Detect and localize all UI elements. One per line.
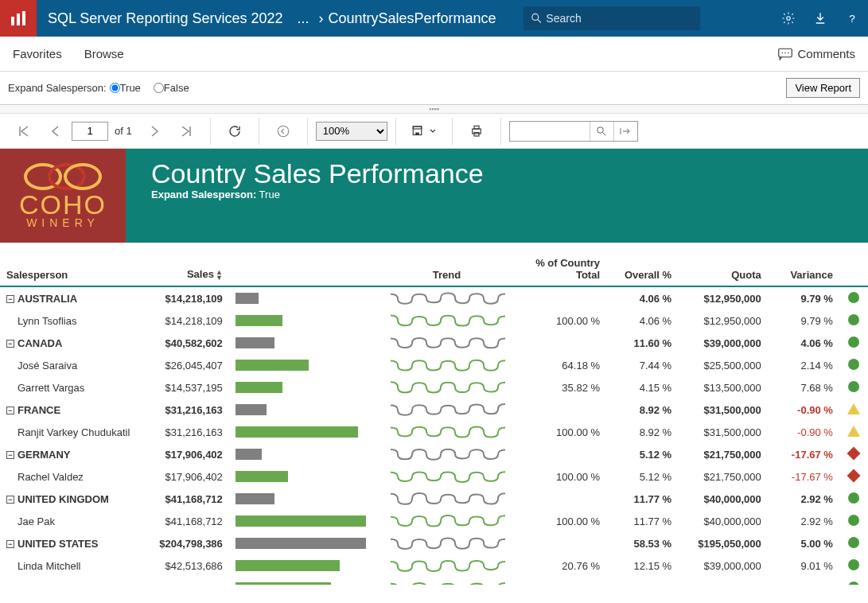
trend-sparkline — [372, 309, 521, 332]
search-input[interactable] — [546, 12, 691, 25]
svg-point-8 — [782, 52, 784, 53]
last-page-button[interactable] — [170, 115, 202, 147]
help-button[interactable]: ? — [836, 0, 868, 37]
svg-line-4 — [538, 20, 541, 23]
expand-toggle[interactable]: − — [6, 496, 14, 504]
expand-toggle[interactable]: − — [6, 340, 14, 348]
group-row: −FRANCE $31,216,163 8.92 % $31,500,000 -… — [0, 399, 868, 421]
row-sales: $17,906,402 — [143, 443, 229, 465]
find-input[interactable] — [510, 125, 590, 137]
report-viewport[interactable]: COHO WINERY Country Sales Performance Ex… — [0, 149, 868, 585]
row-sales: $204,798,386 — [143, 532, 229, 554]
detail-row: Michael Blythe $37,631,782 18.38 % 10.76… — [0, 577, 868, 585]
row-name: FRANCE — [18, 404, 60, 416]
indicator-bad-icon — [847, 446, 860, 460]
row-variance: -0.90 % — [768, 421, 839, 443]
page-number-input[interactable] — [72, 122, 108, 141]
indicator-ok-icon — [848, 537, 859, 548]
coho-logo: COHO WINERY — [0, 149, 126, 243]
row-pct-country — [521, 532, 606, 554]
settings-button[interactable] — [773, 0, 804, 37]
tab-favorites[interactable]: Favorites — [13, 47, 62, 60]
svg-rect-13 — [413, 126, 422, 129]
trend-sparkline — [372, 354, 521, 376]
col-sales[interactable]: Sales▲▼ — [143, 252, 229, 286]
row-overall: 11.60 % — [606, 332, 678, 354]
sales-bar — [235, 293, 259, 304]
row-quota: $23,000,000 — [678, 577, 768, 585]
sales-bar — [235, 560, 340, 571]
row-pct-country: 100.00 % — [521, 309, 606, 332]
row-pct-country — [521, 332, 606, 354]
trend-sparkline — [372, 510, 521, 532]
svg-rect-14 — [415, 132, 419, 134]
print-button[interactable] — [461, 115, 492, 147]
row-quota: $13,500,000 — [678, 376, 768, 399]
expand-toggle[interactable]: − — [6, 451, 14, 459]
indicator-ok-icon — [848, 337, 859, 348]
logo-text: COHO — [19, 193, 107, 216]
expand-toggle[interactable]: − — [6, 295, 14, 303]
sales-bar — [235, 426, 358, 438]
sales-bar — [235, 471, 288, 482]
report-sub-label: Expand Salesperson: — [151, 189, 256, 200]
row-pct-country: 35.82 % — [521, 376, 606, 399]
row-overall: 12.15 % — [606, 554, 678, 577]
col-variance[interactable]: Variance — [768, 252, 839, 286]
row-variance: 2.92 % — [768, 510, 839, 532]
zoom-select[interactable]: 100% — [316, 122, 387, 141]
comments-label: Comments — [797, 47, 855, 60]
col-quota[interactable]: Quota — [678, 252, 768, 286]
row-sales: $14,537,195 — [143, 376, 229, 399]
expand-toggle[interactable]: − — [6, 407, 14, 414]
tab-bar: Favorites Browse Comments — [0, 37, 868, 72]
col-overall[interactable]: Overall % — [606, 252, 678, 286]
indicator-bad-icon — [847, 469, 860, 482]
expand-toggle[interactable]: − — [6, 540, 14, 548]
sales-bar — [235, 360, 309, 371]
export-button[interactable] — [404, 115, 444, 147]
row-sales: $42,513,686 — [143, 554, 229, 577]
row-name: AUSTRALIA — [18, 293, 77, 305]
breadcrumb-current[interactable]: CountrySalesPerformance — [329, 10, 496, 27]
row-variance: 9.79 % — [768, 309, 839, 332]
refresh-button[interactable] — [219, 115, 251, 147]
indicator-ok-icon — [848, 381, 859, 392]
view-report-button[interactable]: View Report — [786, 78, 860, 98]
row-name: UNITED KINGDOM — [18, 493, 109, 505]
row-overall: 11.77 % — [606, 510, 678, 532]
svg-point-5 — [787, 17, 791, 21]
download-button[interactable] — [804, 0, 836, 37]
row-name: UNITED STATES — [18, 538, 98, 550]
col-salesperson[interactable]: Salesperson — [0, 252, 143, 286]
next-page-button[interactable] — [138, 115, 170, 147]
radio-true[interactable] — [110, 83, 120, 93]
radio-false[interactable] — [154, 83, 164, 93]
page-of-label: of 1 — [115, 125, 132, 137]
back-button[interactable] — [267, 115, 299, 147]
comments-button[interactable]: Comments — [778, 47, 855, 60]
trend-sparkline — [372, 286, 521, 309]
prev-page-button[interactable] — [40, 115, 72, 147]
search-box[interactable] — [524, 6, 700, 30]
row-pct-country — [521, 399, 606, 421]
tab-browse[interactable]: Browse — [84, 47, 124, 60]
row-overall: 5.12 % — [606, 465, 678, 488]
row-overall: 7.44 % — [606, 354, 678, 376]
trend-sparkline — [372, 465, 521, 488]
indicator-warn-icon — [847, 403, 860, 414]
col-pct-country[interactable]: % of Country Total — [521, 252, 606, 286]
app-logo — [0, 0, 37, 37]
row-quota: $39,000,000 — [678, 554, 768, 577]
breadcrumb-ellipsis[interactable]: ... — [297, 10, 309, 27]
svg-rect-2 — [22, 11, 25, 25]
find-button[interactable] — [590, 122, 613, 141]
row-quota: $39,000,000 — [678, 332, 768, 354]
splitter-grip[interactable]: ▪▪▪▪ — [0, 105, 868, 114]
col-trend[interactable]: Trend — [372, 252, 521, 286]
row-variance: 2.14 % — [768, 354, 839, 376]
row-variance: 9.01 % — [768, 554, 839, 577]
first-page-button[interactable] — [8, 115, 40, 147]
find-next-button[interactable] — [613, 122, 637, 141]
indicator-ok-icon — [848, 292, 859, 303]
